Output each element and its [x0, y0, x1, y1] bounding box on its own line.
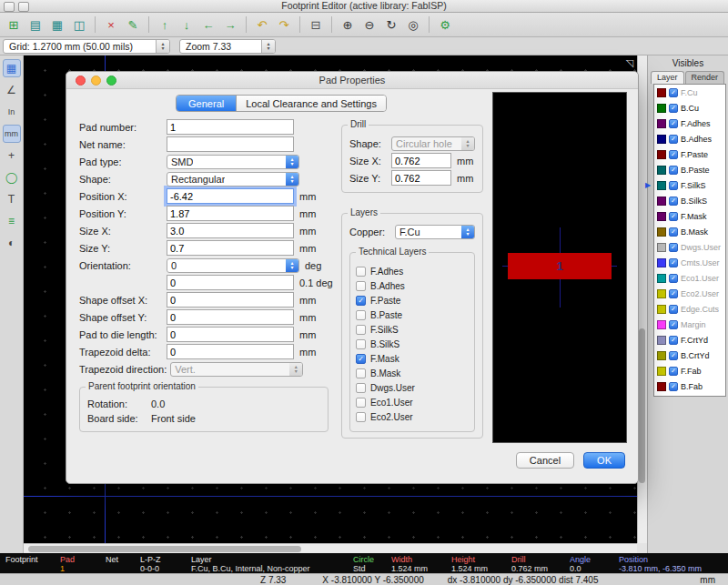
- layer-row[interactable]: ✓B.SilkS: [654, 193, 725, 208]
- f-crtyd-visibility-checkbox[interactable]: ✓: [669, 336, 678, 345]
- cursor-shape-button[interactable]: +: [3, 146, 21, 165]
- layer-row[interactable]: ✓Dwgs.User: [654, 239, 725, 255]
- f-paste-checkbox[interactable]: ✓: [356, 296, 366, 306]
- horizontal-scrollbar[interactable]: [24, 543, 637, 553]
- edge-cuts-visibility-checkbox[interactable]: ✓: [669, 305, 678, 314]
- pad-type-select[interactable]: SMD: [167, 155, 299, 169]
- layer-row[interactable]: ✓F.Paste: [654, 146, 725, 162]
- b-silks-visibility-checkbox[interactable]: ✓: [669, 197, 678, 206]
- zoom-select[interactable]: Zoom 7.33: [179, 39, 276, 54]
- delete-footprint-button[interactable]: ×: [101, 15, 121, 35]
- redo-button[interactable]: ↷: [274, 15, 294, 35]
- b-adhes-visibility-checkbox[interactable]: ✓: [669, 135, 678, 144]
- f-adhes-visibility-checkbox[interactable]: ✓: [669, 119, 678, 128]
- margin-visibility-checkbox[interactable]: ✓: [669, 320, 678, 329]
- zoom-out-button[interactable]: ⊖: [359, 15, 379, 35]
- ok-button[interactable]: OK: [583, 452, 625, 469]
- layer-row[interactable]: ✓Margin: [654, 317, 725, 332]
- layer-row[interactable]: ✓Edge.Cuts: [654, 301, 725, 317]
- pad-settings-button[interactable]: ⚙: [435, 15, 455, 35]
- select-library-button[interactable]: ▤: [25, 15, 46, 35]
- close-button[interactable]: [76, 76, 86, 86]
- layer-row[interactable]: ✓B.Paste: [654, 162, 725, 177]
- tab-render[interactable]: Render: [685, 71, 725, 84]
- layer-row[interactable]: ✓B.Adhes: [654, 131, 725, 146]
- eco1-user-checkbox[interactable]: [356, 398, 366, 408]
- f-silks-visibility-checkbox[interactable]: ✓: [669, 181, 678, 190]
- tab-layer[interactable]: Layer: [651, 71, 684, 84]
- b-adhes-checkbox[interactable]: [356, 281, 366, 291]
- units-mm-button[interactable]: mm: [3, 125, 21, 143]
- cmts-user-visibility-checkbox[interactable]: ✓: [669, 258, 678, 267]
- b-fab-visibility-checkbox[interactable]: ✓: [669, 382, 678, 391]
- layer-row[interactable]: ✓B.Mask: [654, 224, 725, 239]
- save-footprint-button[interactable]: ↓: [177, 15, 197, 35]
- scrollbar-thumb[interactable]: [639, 328, 645, 483]
- edge-sketch-button[interactable]: ≡: [3, 212, 21, 230]
- b-mask-checkbox[interactable]: [356, 368, 366, 378]
- size-x-input[interactable]: [167, 223, 294, 238]
- eco1-user-visibility-checkbox[interactable]: ✓: [669, 274, 678, 283]
- undo-button[interactable]: ↶: [252, 15, 272, 35]
- export-footprint-button[interactable]: →: [220, 15, 240, 35]
- print-button[interactable]: ⊟: [306, 15, 326, 35]
- layer-row[interactable]: ✓B.CrtYd: [654, 348, 725, 363]
- b-crtyd-visibility-checkbox[interactable]: ✓: [669, 351, 678, 360]
- f-silks-checkbox[interactable]: [356, 325, 366, 335]
- grid-toggle-button[interactable]: ▦: [3, 59, 21, 77]
- pad-sketch-button[interactable]: ◯: [3, 168, 21, 187]
- contrast-mode-button[interactable]: ◐: [3, 234, 21, 252]
- orientation-select[interactable]: 0: [167, 258, 299, 273]
- f-fab-visibility-checkbox[interactable]: ✓: [669, 367, 678, 376]
- zoom-fit-button[interactable]: ◎: [403, 15, 423, 35]
- b-paste-checkbox[interactable]: [356, 310, 366, 320]
- position-y-input[interactable]: [167, 206, 294, 221]
- layer-row[interactable]: ✓Cmts.User: [654, 255, 725, 270]
- pad-to-die-length-input[interactable]: [167, 327, 294, 342]
- layer-row[interactable]: ✓F.Fab: [654, 363, 725, 378]
- b-mask-visibility-checkbox[interactable]: ✓: [669, 227, 678, 237]
- shape-offset-y-input[interactable]: [167, 309, 294, 325]
- layer-row[interactable]: ✓F.Adhes: [654, 116, 725, 131]
- b-cu-visibility-checkbox[interactable]: ✓: [669, 104, 678, 113]
- new-footprint-button[interactable]: ⊞: [4, 15, 24, 35]
- zoom-redraw-button[interactable]: ↻: [381, 15, 401, 35]
- layer-row[interactable]: ✓Eco2.User: [654, 286, 725, 301]
- b-paste-visibility-checkbox[interactable]: ✓: [669, 166, 678, 175]
- size-x-input[interactable]: [391, 153, 451, 168]
- shape-offset-x-input[interactable]: [167, 292, 294, 308]
- layer-row[interactable]: ✓B.Cu: [654, 100, 725, 116]
- polar-coords-button[interactable]: ∠: [3, 81, 21, 99]
- f-mask-checkbox[interactable]: ✓: [356, 354, 366, 364]
- eco2-user-checkbox[interactable]: [356, 412, 366, 422]
- layer-row[interactable]: ✓F.SilkS: [654, 177, 725, 193]
- copper-layer-select[interactable]: F.Cu: [395, 225, 475, 239]
- tab-general[interactable]: General: [177, 96, 237, 111]
- f-adhes-checkbox[interactable]: [356, 267, 366, 277]
- footprint-properties-button[interactable]: ✎: [123, 15, 143, 35]
- window-icon[interactable]: [18, 2, 29, 12]
- units-inch-button[interactable]: In: [3, 103, 21, 121]
- size-y-input[interactable]: [167, 240, 294, 256]
- size-y-input[interactable]: [391, 170, 451, 186]
- layer-row[interactable]: ✓F.Cu: [654, 85, 725, 100]
- position-x-input[interactable]: [167, 188, 294, 204]
- layer-row[interactable]: ✓F.Mask: [654, 208, 725, 224]
- text-sketch-button[interactable]: T: [3, 190, 21, 208]
- pad-number-input[interactable]: [167, 119, 294, 135]
- layer-row[interactable]: ✓B.Fab: [654, 378, 725, 394]
- import-footprint-button[interactable]: ←: [198, 15, 218, 35]
- tab-local-clearance[interactable]: Local Clearance and Settings: [237, 96, 386, 111]
- trapezoid-delta-input[interactable]: [167, 344, 294, 359]
- f-mask-visibility-checkbox[interactable]: ✓: [669, 212, 678, 221]
- scrollbar-thumb[interactable]: [28, 546, 301, 552]
- b-silks-checkbox[interactable]: [356, 339, 366, 349]
- save-library-button[interactable]: ▦: [47, 15, 67, 35]
- window-icon[interactable]: [4, 2, 15, 12]
- load-footprint-button[interactable]: ↑: [155, 15, 175, 35]
- layer-row[interactable]: ✓F.CrtYd: [654, 332, 725, 348]
- zoom-window-button[interactable]: [106, 76, 116, 86]
- aux-input[interactable]: [167, 275, 294, 290]
- net-name-input[interactable]: [167, 136, 294, 152]
- cancel-button[interactable]: Cancel: [516, 452, 574, 469]
